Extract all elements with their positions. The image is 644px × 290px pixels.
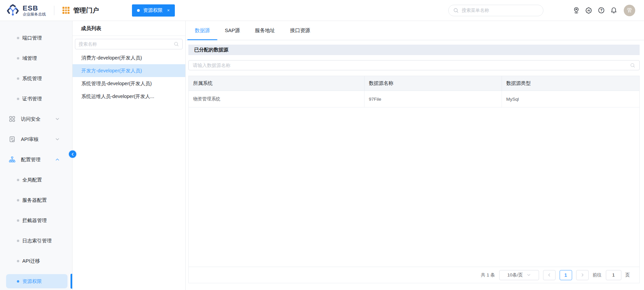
chevron-up-icon bbox=[55, 158, 59, 162]
bullet-icon bbox=[17, 98, 19, 100]
resource-tabs: 数据源 SAP源 服务地址 接口资源 bbox=[186, 21, 644, 40]
sidebar-item-domain-management[interactable]: 域管理 bbox=[0, 48, 72, 68]
open-page-tab[interactable]: 资源权限 × bbox=[132, 4, 175, 17]
goto-page-input[interactable] bbox=[606, 270, 621, 280]
svg-text:?: ? bbox=[600, 8, 602, 12]
bullet-icon bbox=[17, 240, 19, 242]
user-avatar[interactable]: 管 bbox=[624, 5, 635, 16]
member-item-ops[interactable]: 系统运维人员-developer(开发人... bbox=[73, 90, 185, 103]
location-icon[interactable] bbox=[572, 7, 580, 14]
table-row[interactable]: 物资管理系统 97File MySql bbox=[189, 91, 639, 107]
ai-assistant-icon[interactable]: AI bbox=[585, 7, 592, 14]
cell-name: 97File bbox=[365, 91, 502, 107]
tab-interface-resource[interactable]: 接口资源 bbox=[283, 21, 318, 40]
bullet-icon bbox=[17, 219, 19, 222]
page-number-button[interactable]: 1 bbox=[560, 270, 572, 280]
search-icon bbox=[174, 42, 179, 47]
sidebar-item-log-index-management[interactable]: 日志索引管理 bbox=[0, 231, 72, 251]
sidebar-item-global-config[interactable]: 全局配置 bbox=[0, 170, 72, 190]
sidebar-item-certificate-management[interactable]: 证书管理 bbox=[0, 89, 72, 109]
sidebar-group-api-audit[interactable]: API审核 bbox=[0, 129, 72, 149]
portal-menu-button[interactable]: 管理门户 bbox=[62, 6, 99, 15]
tab-label: 资源权限 bbox=[143, 7, 163, 14]
notification-bell-icon[interactable] bbox=[610, 7, 617, 14]
search-icon bbox=[630, 63, 635, 68]
sidebar-group-access-security[interactable]: 访问安全 bbox=[0, 109, 72, 129]
member-item-sysadmin[interactable]: 系统管理员-developer(开发人员) bbox=[73, 77, 185, 90]
apps-grid-icon bbox=[62, 7, 70, 14]
bullet-icon bbox=[17, 199, 19, 201]
goto-label: 前往 bbox=[593, 272, 602, 278]
left-nav-sidebar: 端口管理 域管理 系统管理 证书管理 访问安全 bbox=[0, 21, 73, 290]
pagination-total: 共 1 条 bbox=[481, 272, 495, 278]
menu-search-input[interactable] bbox=[462, 8, 538, 13]
sidebar-item-interceptor-management[interactable]: 拦截器管理 bbox=[0, 210, 72, 231]
tab-active-dot bbox=[137, 9, 140, 12]
chevron-right-icon bbox=[581, 273, 584, 277]
bullet-icon bbox=[17, 179, 19, 181]
pagination-bar: 共 1 条 10条/页 1 bbox=[189, 267, 639, 283]
tab-service-address[interactable]: 服务地址 bbox=[247, 21, 283, 40]
member-list-panel: 成员列表 消费方-developer(开发人员) 开发方-developer(开… bbox=[73, 21, 186, 290]
grid-icon bbox=[9, 116, 16, 122]
prev-page-button[interactable] bbox=[543, 270, 556, 280]
sidebar-collapse-button[interactable] bbox=[69, 150, 76, 158]
table-header-row: 所属系统 数据源名称 数据源类型 bbox=[189, 76, 639, 91]
bullet-icon bbox=[17, 57, 19, 59]
chevron-left-icon bbox=[71, 152, 75, 156]
member-search-input[interactable] bbox=[79, 42, 174, 47]
header-divider bbox=[54, 6, 54, 15]
esb-logo: ESB 企业服务总线 bbox=[6, 4, 46, 17]
audit-doc-icon bbox=[9, 136, 16, 143]
app-window: ESB 企业服务总线 管理门户 资源权限 × bbox=[0, 0, 644, 290]
chevron-down-icon bbox=[527, 273, 531, 277]
column-header-system: 所属系统 bbox=[189, 76, 365, 91]
bullet-icon bbox=[17, 280, 19, 283]
member-item-consumer[interactable]: 消费方-developer(开发人员) bbox=[73, 51, 185, 64]
sidebar-item-system-management[interactable]: 系统管理 bbox=[0, 68, 72, 89]
cell-type: MySql bbox=[502, 91, 639, 107]
bullet-icon bbox=[17, 77, 19, 80]
page-size-select[interactable]: 10条/页 bbox=[499, 270, 539, 280]
page-unit-label: 页 bbox=[625, 272, 630, 278]
bullet-icon bbox=[17, 260, 19, 262]
sidebar-group-config-management[interactable]: 配置管理 bbox=[0, 149, 72, 170]
member-item-developer[interactable]: 开发方-developer(开发人员) bbox=[73, 64, 185, 77]
help-icon[interactable]: ? bbox=[597, 7, 605, 14]
table-empty-area bbox=[189, 107, 639, 267]
logo-subtitle: 企业服务总线 bbox=[23, 12, 46, 17]
svg-text:AI: AI bbox=[587, 9, 590, 12]
main-content: 数据源 SAP源 服务地址 接口资源 已分配的数据源 所属系统 数据源名称 数据… bbox=[186, 21, 644, 290]
sidebar-item-port-management[interactable]: 端口管理 bbox=[0, 28, 72, 48]
menu-search-box[interactable] bbox=[448, 5, 543, 16]
logo-title: ESB bbox=[23, 4, 46, 12]
esb-logo-icon bbox=[6, 4, 20, 17]
column-header-type: 数据源类型 bbox=[502, 76, 639, 91]
datasource-search-input[interactable] bbox=[193, 63, 630, 68]
chevron-down-icon bbox=[55, 137, 59, 141]
tab-close-icon[interactable]: × bbox=[167, 8, 170, 13]
datasource-table: 所属系统 数据源名称 数据源类型 物资管理系统 97File MySql 共 1… bbox=[188, 76, 640, 283]
sitemap-icon bbox=[9, 156, 16, 163]
tab-datasource[interactable]: 数据源 bbox=[187, 21, 217, 40]
top-header: ESB 企业服务总线 管理门户 资源权限 × bbox=[0, 0, 644, 21]
member-list: 消费方-developer(开发人员) 开发方-developer(开发人员) … bbox=[73, 51, 185, 103]
next-page-button[interactable] bbox=[576, 270, 589, 280]
member-list-title: 成员列表 bbox=[73, 21, 185, 36]
sidebar-item-server-config[interactable]: 服务器配置 bbox=[0, 190, 72, 210]
search-icon bbox=[453, 8, 459, 13]
section-title: 已分配的数据源 bbox=[188, 45, 640, 55]
member-search-box[interactable] bbox=[75, 39, 183, 49]
cell-system: 物资管理系统 bbox=[189, 91, 365, 107]
column-header-name: 数据源名称 bbox=[365, 76, 502, 91]
bullet-icon bbox=[17, 37, 19, 39]
tab-sap-source[interactable]: SAP源 bbox=[217, 21, 247, 40]
sidebar-item-api-migration[interactable]: API迁移 bbox=[0, 251, 72, 271]
datasource-search-box[interactable] bbox=[188, 60, 640, 70]
sidebar-item-resource-permission[interactable]: 资源权限 bbox=[0, 271, 72, 290]
chevron-left-icon bbox=[547, 273, 551, 277]
portal-label: 管理门户 bbox=[73, 6, 99, 15]
chevron-down-icon bbox=[55, 117, 59, 121]
